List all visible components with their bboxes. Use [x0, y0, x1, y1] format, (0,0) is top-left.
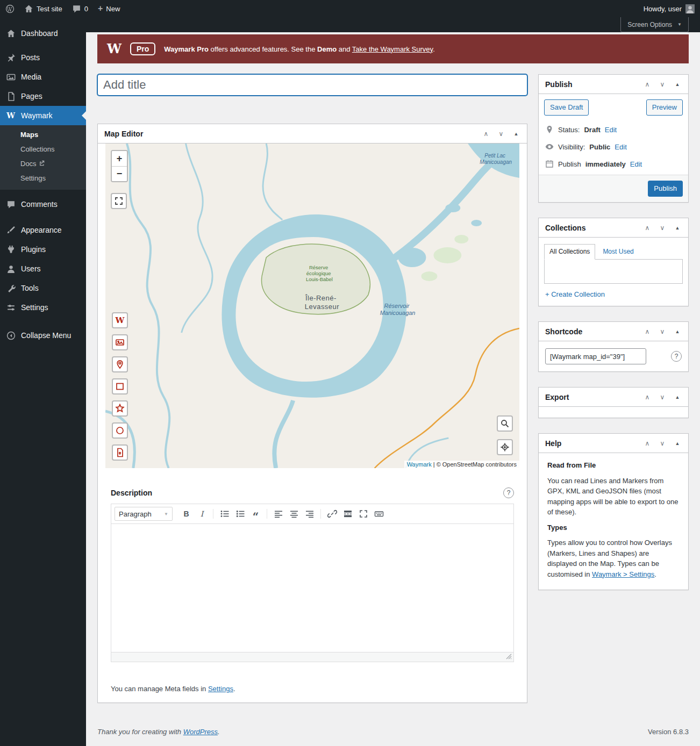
editor-content-area[interactable]: [111, 524, 513, 652]
read-file-button[interactable]: [112, 444, 128, 461]
sidebar-item-comments[interactable]: Comments: [0, 195, 86, 214]
publish-button[interactable]: Publish: [648, 181, 683, 197]
description-help-button[interactable]: ?: [503, 487, 514, 498]
wordpress-logo-icon[interactable]: [5, 4, 15, 13]
italic-button[interactable]: I: [195, 507, 209, 521]
shortcode-header[interactable]: Shortcode ∧ ∨ ▲: [539, 322, 688, 341]
shortcode-panel: Shortcode ∧ ∨ ▲ ?: [538, 321, 689, 372]
sidebar-item-label: Settings: [21, 303, 48, 312]
admin-bar-comments[interactable]: 0: [72, 4, 88, 13]
toggle-panel-icon[interactable]: ▲: [670, 324, 685, 339]
edit-status-link[interactable]: Edit: [605, 126, 617, 134]
submenu-item-docs[interactable]: Docs: [0, 156, 86, 171]
move-up-icon[interactable]: ∧: [640, 324, 655, 339]
resize-grip[interactable]: [506, 653, 512, 661]
move-up-icon[interactable]: ∧: [640, 390, 655, 405]
move-down-icon[interactable]: ∨: [655, 324, 670, 339]
star-shape-icon: [115, 404, 125, 413]
collections-header[interactable]: Collections ∧ ∨ ▲: [539, 218, 688, 238]
insert-link-button[interactable]: [325, 507, 339, 521]
map-canvas[interactable]: Réserve écologique Louis-Babel Île-René-…: [105, 144, 519, 468]
sidebar-item-settings[interactable]: Settings: [0, 298, 86, 317]
bold-button[interactable]: B: [179, 507, 194, 521]
add-photo-button[interactable]: [112, 334, 128, 350]
align-left-button[interactable]: [271, 507, 285, 521]
draw-rectangle-button[interactable]: [112, 378, 128, 394]
align-center-button[interactable]: [287, 507, 301, 521]
submenu-item-maps[interactable]: Maps: [0, 127, 86, 142]
fullscreen-editor-button[interactable]: [356, 507, 370, 521]
move-down-icon[interactable]: ∨: [655, 220, 670, 235]
tab-all-collections[interactable]: All Collections: [544, 244, 595, 260]
publish-header[interactable]: Publish ∧ ∨ ▲: [539, 75, 688, 94]
tab-most-used[interactable]: Most Used: [597, 244, 639, 259]
sidebar-item-label: Comments: [21, 200, 58, 209]
sidebar-item-pages[interactable]: Pages: [0, 87, 86, 106]
draw-circle-button[interactable]: [112, 422, 128, 439]
screen-options-button[interactable]: Screen Options ▼: [620, 17, 689, 32]
bullet-list-button[interactable]: [217, 507, 232, 521]
blockquote-button[interactable]: “: [248, 507, 263, 521]
collections-list[interactable]: [544, 259, 683, 284]
toggle-panel-icon[interactable]: ▲: [670, 390, 685, 405]
waymark-attribution-link[interactable]: Waymark: [407, 461, 432, 468]
sidebar-item-plugins[interactable]: Plugins: [0, 240, 86, 259]
sidebar-item-appearance[interactable]: Appearance: [0, 220, 86, 240]
move-up-icon[interactable]: ∧: [640, 220, 655, 235]
move-down-icon[interactable]: ∨: [494, 126, 509, 141]
toggle-panel-icon[interactable]: ▲: [670, 436, 685, 451]
sidebar-item-collapse-menu[interactable]: Collapse Menu: [0, 326, 86, 345]
sidebar-item-dashboard[interactable]: Dashboard: [0, 24, 86, 43]
edit-visibility-link[interactable]: Edit: [615, 143, 626, 151]
read-more-button[interactable]: [340, 507, 355, 521]
wordpress-link[interactable]: WordPress: [183, 728, 218, 736]
zoom-in-button[interactable]: +: [112, 151, 127, 166]
survey-link[interactable]: Take the Waymark Survey: [352, 45, 433, 53]
shortcode-help-button[interactable]: ?: [671, 351, 682, 362]
submenu-item-settings[interactable]: Settings: [0, 171, 86, 185]
toggle-panel-icon[interactable]: ▲: [509, 126, 524, 141]
admin-bar-site[interactable]: Test site: [24, 4, 62, 13]
admin-bar-account[interactable]: Howdy, user: [644, 5, 682, 13]
edit-date-link[interactable]: Edit: [630, 160, 642, 168]
move-down-icon[interactable]: ∨: [655, 436, 670, 451]
toolbar-toggle-button[interactable]: [372, 507, 386, 521]
sidebar-item-media[interactable]: Media: [0, 67, 86, 87]
paragraph-style-select[interactable]: Paragraph ▼: [115, 507, 173, 521]
preview-button[interactable]: Preview: [646, 99, 683, 116]
avatar[interactable]: [685, 4, 695, 13]
zoom-out-button[interactable]: −: [112, 166, 127, 181]
align-right-button[interactable]: [302, 507, 317, 521]
help-header[interactable]: Help ∧ ∨ ▲: [539, 434, 688, 453]
create-collection-link[interactable]: + Create Collection: [545, 290, 605, 298]
move-down-icon[interactable]: ∨: [655, 77, 670, 92]
draw-marker-button[interactable]: [112, 356, 128, 372]
move-down-icon[interactable]: ∨: [655, 390, 670, 405]
numbered-list-button[interactable]: [233, 507, 247, 521]
map-search-button[interactable]: [497, 415, 513, 432]
title-input[interactable]: [97, 74, 527, 96]
meta-settings-link[interactable]: Settings: [208, 685, 233, 693]
demo-link[interactable]: Demo: [317, 45, 337, 53]
fullscreen-button[interactable]: [111, 193, 127, 209]
move-up-icon[interactable]: ∧: [640, 436, 655, 451]
sidebar-item-posts[interactable]: Posts: [0, 48, 86, 67]
toggle-panel-icon[interactable]: ▲: [670, 220, 685, 235]
draw-shape-button[interactable]: [112, 400, 128, 417]
waymark-settings-link[interactable]: Waymark > Settings: [592, 570, 654, 578]
sidebar-item-waymark[interactable]: W Waymark: [0, 106, 86, 125]
map-editor-header[interactable]: Map Editor ∧ ∨ ▲: [98, 124, 527, 144]
locate-me-button[interactable]: [497, 439, 513, 455]
sidebar-item-tools[interactable]: Tools: [0, 278, 86, 298]
move-up-icon[interactable]: ∧: [640, 77, 655, 92]
shortcode-input[interactable]: [545, 348, 646, 364]
save-draft-button[interactable]: Save Draft: [544, 99, 589, 116]
move-up-icon[interactable]: ∧: [478, 126, 494, 141]
submenu-item-collections[interactable]: Collections: [0, 142, 86, 156]
toggle-panel-icon[interactable]: ▲: [670, 77, 685, 92]
admin-bar-new[interactable]: + New: [98, 4, 120, 13]
sidebar-item-users[interactable]: Users: [0, 259, 86, 278]
waymark-tool-button[interactable]: W: [112, 312, 128, 328]
export-header[interactable]: Export ∧ ∨ ▲: [539, 388, 688, 407]
waymark-logo-icon: W: [116, 315, 125, 325]
